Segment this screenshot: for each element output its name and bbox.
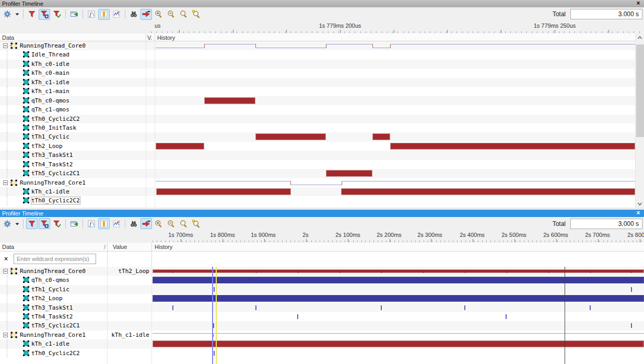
timeline-row[interactable]: kTh_c0-idle <box>0 60 635 69</box>
column-header-history[interactable]: History <box>155 244 172 250</box>
timeline-row[interactable]: tTh0_Cyclic2C2 <box>0 349 644 358</box>
tree-expander-icon[interactable] <box>3 333 8 337</box>
filter-highlight-icon[interactable] <box>39 9 50 20</box>
find-icon[interactable] <box>128 218 139 229</box>
settings-gear-icon[interactable] <box>2 218 13 229</box>
ruler-tick <box>612 241 612 242</box>
tree-item-label: kTh_c0-main <box>31 70 69 76</box>
timeline-row[interactable]: RunningThread_Core1 <box>0 178 635 187</box>
timeline-row[interactable]: kTh_c1-idle <box>0 78 635 87</box>
scroll-down-arrow[interactable] <box>636 200 644 208</box>
signal-edge <box>342 181 342 185</box>
thread-icon <box>23 124 29 131</box>
timeline-row[interactable]: tTh3_TaskSt1 <box>0 151 635 160</box>
zoom-out-icon[interactable] <box>166 218 177 229</box>
ruler-tick <box>311 241 312 242</box>
timeline-row[interactable]: tTh3_TaskSt1 <box>0 303 644 312</box>
close-icon[interactable]: × <box>635 210 641 217</box>
timeline-row[interactable]: RunningThread_Core0 <box>0 41 635 50</box>
column-header-data[interactable]: Data <box>2 244 14 250</box>
filter-check-icon[interactable] <box>51 9 63 20</box>
ruler-tick <box>595 241 595 242</box>
ruler-tick <box>473 31 473 33</box>
timeline-row[interactable]: tTh1_Cyclic <box>0 285 644 294</box>
column-header-value[interactable]: Value <box>113 244 127 250</box>
settings-dropdown-caret-icon[interactable] <box>14 9 20 20</box>
signal-wave-icon[interactable] <box>111 218 122 229</box>
tree-expander-icon[interactable] <box>3 269 8 274</box>
settings-gear-icon[interactable] <box>2 9 13 20</box>
tree-expander-icon[interactable] <box>3 43 8 48</box>
value-bars-icon[interactable] <box>98 9 110 20</box>
timeline-row[interactable]: kTh_c1-idle <box>0 187 635 196</box>
zoom-region-icon[interactable] <box>191 9 202 20</box>
settings-dropdown-caret-icon[interactable] <box>14 218 20 229</box>
transition-tick <box>548 271 549 273</box>
scroll-thumb[interactable] <box>636 44 644 137</box>
signal-wave-icon[interactable] <box>111 9 122 20</box>
timeline-ruler[interactable]: 1s 700ms1s 800ms1s 900ms2s2s 100ms2s 200… <box>0 230 644 243</box>
export-icon[interactable] <box>68 218 80 229</box>
timeline-row[interactable]: tTh0_Cyclic2C2 <box>0 196 635 205</box>
timeline-row[interactable]: qTh_c0-qmos <box>0 96 635 105</box>
column-header-history[interactable]: History <box>157 35 175 41</box>
timeline-cursor-yellow[interactable] <box>216 267 217 364</box>
timeline-row[interactable]: tTh5_Cyclic2C1 <box>0 169 635 178</box>
timeline-row[interactable]: RunningThread_Core1kTh_c1-idle <box>0 331 644 339</box>
tree-expander-icon[interactable] <box>3 180 8 185</box>
zoom-in-icon[interactable] <box>153 218 165 229</box>
timeline-row[interactable]: kTh_c0-main <box>0 69 635 77</box>
timeline-row[interactable]: tTh0_Cyclic2C2 <box>0 115 635 123</box>
filter-check-icon[interactable] <box>51 218 63 229</box>
column-header-v[interactable]: V. <box>147 35 152 41</box>
timeline-cursor-black[interactable] <box>565 267 565 364</box>
ruler-tick <box>449 241 449 242</box>
timeline-row[interactable]: tTh0_InitTask <box>0 123 635 132</box>
clear-filter-icon[interactable]: × <box>4 255 8 263</box>
title-bar[interactable]: Profiler Timeline × <box>0 210 644 217</box>
formula-icon[interactable]: f <box>86 9 97 20</box>
ruler-tick <box>228 241 228 242</box>
formula-icon[interactable]: f <box>86 218 97 229</box>
timeline-row[interactable]: kTh_c1-main <box>0 87 635 96</box>
find-next-icon[interactable] <box>140 218 152 229</box>
timeline-row[interactable]: Idle_Thread <box>0 50 635 59</box>
timeline-row[interactable]: tTh4_TaskSt2 <box>0 312 644 321</box>
timeline-row[interactable]: qTh_c0-qmos <box>0 276 644 285</box>
zoom-out-icon[interactable] <box>166 9 177 20</box>
zoom-reset-icon[interactable] <box>178 218 190 229</box>
ruler-tick <box>371 31 371 33</box>
timeline-ruler[interactable]: us1s 779ms 200us1s 779ms 250us <box>0 21 644 33</box>
find-next-icon[interactable] <box>140 9 152 20</box>
timeline-row[interactable]: tTh5_Cyclic2C1 <box>0 321 644 330</box>
timeline-row[interactable]: kTh_c1-idle <box>0 339 644 348</box>
filter-icon[interactable] <box>26 9 38 20</box>
ruler-tick <box>624 241 625 242</box>
timeline-row[interactable]: qTh_c1-qmos <box>0 105 635 114</box>
timeline-cursor-blue[interactable] <box>212 267 213 364</box>
zoom-region-icon[interactable] <box>191 218 202 229</box>
timeline-row[interactable]: tTh1_Cyclic <box>0 132 635 141</box>
filter-icon[interactable] <box>26 218 38 229</box>
ruler-tick <box>153 241 153 242</box>
profiler-panel-bottom: Profiler Timeline × f Total 3.000 s 1s 7… <box>0 210 644 364</box>
zoom-in-icon[interactable] <box>153 9 165 20</box>
find-icon[interactable] <box>128 9 139 20</box>
filter-input[interactable] <box>14 254 96 264</box>
close-icon[interactable]: × <box>635 0 641 7</box>
title-bar[interactable]: Profiler Timeline × <box>0 0 644 7</box>
ruler-tick <box>516 31 516 33</box>
value-bars-icon[interactable] <box>98 218 110 229</box>
zoom-reset-icon[interactable] <box>178 9 190 20</box>
ruler-tick <box>623 31 624 33</box>
column-header-data[interactable]: Data <box>2 35 14 41</box>
timeline-row[interactable]: tTh4_TaskSt2 <box>0 160 635 169</box>
vertical-scrollbar[interactable] <box>635 33 644 208</box>
timeline-row[interactable]: tTh2_Loop <box>0 142 635 151</box>
timeline-row[interactable]: tTh2_Loop <box>0 294 644 303</box>
export-icon[interactable] <box>68 9 80 20</box>
filter-highlight-icon[interactable] <box>39 218 50 229</box>
ruler-tick <box>369 241 370 242</box>
timeline-row[interactable]: RunningThread_Core0tTh2_Loop <box>0 267 644 276</box>
scroll-up-arrow[interactable] <box>636 33 644 41</box>
